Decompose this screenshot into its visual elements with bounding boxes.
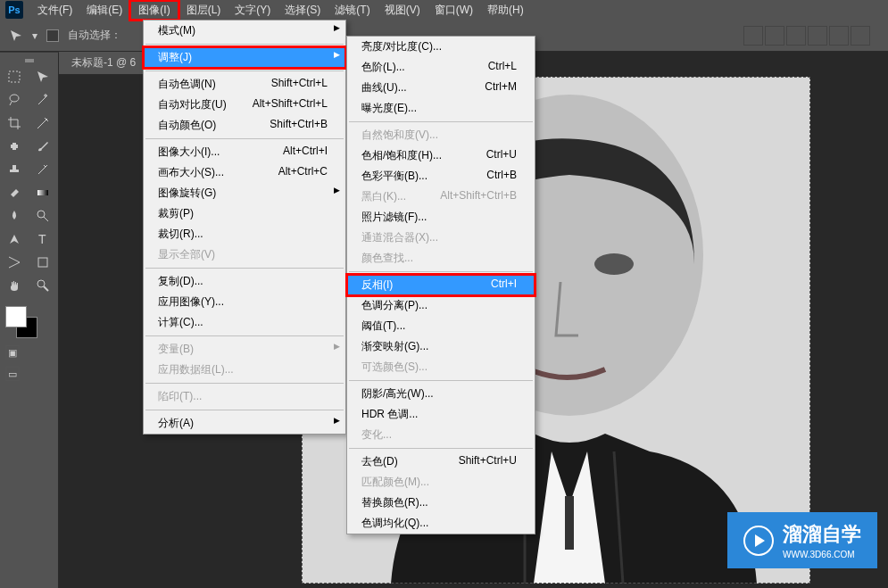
menu-item[interactable]: 照片滤镜(F)... [347, 207, 535, 228]
menu-type[interactable]: 文字(Y) [228, 0, 278, 21]
move-tool-icon [9, 29, 23, 43]
blur-tool[interactable] [3, 206, 26, 226]
hand-tool[interactable] [3, 276, 26, 295]
menu-item: 自然饱和度(V)... [347, 125, 535, 145]
auto-select-checkbox[interactable] [46, 29, 59, 42]
menu-item: 陷印(T)... [144, 386, 345, 407]
menu-item: 变化... [347, 425, 535, 445]
menu-edit[interactable]: 编辑(E) [79, 0, 129, 21]
menu-item[interactable]: 图像大小(I)...Alt+Ctrl+I [144, 142, 345, 162]
align-icon[interactable] [808, 26, 827, 46]
watermark: 溜溜自学 WWW.3D66.COM [727, 512, 877, 568]
menu-item[interactable]: HDR 色调... [347, 404, 535, 425]
svg-rect-0 [9, 71, 20, 82]
menu-item[interactable]: 裁剪(P) [144, 203, 345, 224]
menu-item: 通道混合器(X)... [347, 228, 535, 248]
menu-item: 可选颜色(S)... [347, 357, 535, 377]
svg-rect-3 [12, 143, 16, 150]
history-brush-tool[interactable] [31, 160, 54, 179]
menu-item: 颜色查找... [347, 248, 535, 269]
menu-item[interactable]: 复制(D)... [144, 271, 345, 292]
menu-window[interactable]: 窗口(W) [427, 0, 480, 21]
menu-item[interactable]: 自动对比度(U)Alt+Shift+Ctrl+L [144, 95, 345, 115]
dodge-tool[interactable] [31, 206, 54, 226]
menu-item: 匹配颜色(M)... [347, 472, 535, 493]
menu-filter[interactable]: 滤镜(T) [328, 0, 377, 21]
adjustments-submenu: 亮度/对比度(C)...色阶(L)...Ctrl+L曲线(U)...Ctrl+M… [346, 36, 535, 534]
menubar: Ps 文件(F) 编辑(E) 图像(I) 图层(L) 文字(Y) 选择(S) 滤… [0, 0, 888, 20]
menu-select[interactable]: 选择(S) [278, 0, 328, 21]
gradient-tool[interactable] [31, 183, 54, 203]
move-tool[interactable] [31, 67, 54, 87]
menu-image[interactable]: 图像(I) [129, 0, 178, 21]
menu-item[interactable]: 画布大小(S)...Alt+Ctrl+C [144, 162, 345, 183]
menu-layer[interactable]: 图层(L) [179, 0, 228, 21]
marquee-tool[interactable] [3, 67, 26, 87]
menu-item[interactable]: 色彩平衡(B)...Ctrl+B [347, 166, 535, 186]
brush-tool[interactable] [31, 137, 54, 156]
menu-item[interactable]: 阈值(T)... [347, 316, 535, 336]
svg-rect-13 [565, 496, 574, 550]
menu-item[interactable]: 色相/饱和度(H)...Ctrl+U [347, 145, 535, 166]
menu-item[interactable]: 色调均化(Q)... [347, 513, 535, 534]
menu-item: 应用数据组(L)... [144, 360, 345, 380]
menu-item[interactable]: 计算(C)... [144, 312, 345, 333]
menu-item[interactable]: 亮度/对比度(C)... [347, 37, 535, 57]
align-icon[interactable] [743, 26, 763, 46]
menu-item[interactable]: 自动颜色(O)Shift+Ctrl+B [144, 115, 345, 136]
align-icon[interactable] [851, 26, 870, 46]
menu-item[interactable]: 替换颜色(R)... [347, 493, 535, 513]
foreground-color[interactable] [5, 306, 27, 327]
align-icons-group [743, 26, 870, 46]
eyedropper-tool[interactable] [31, 113, 54, 133]
menu-item[interactable]: 应用图像(Y)... [144, 292, 345, 312]
menu-item[interactable]: 分析(A)▶ [144, 413, 345, 434]
pen-tool[interactable] [3, 229, 26, 249]
svg-point-1 [10, 95, 19, 102]
svg-point-12 [594, 253, 634, 275]
wand-tool[interactable] [31, 90, 54, 110]
lasso-tool[interactable] [3, 90, 26, 110]
svg-rect-4 [37, 190, 48, 195]
menu-file[interactable]: 文件(F) [30, 0, 79, 21]
healing-tool[interactable] [3, 137, 26, 156]
svg-rect-7 [38, 258, 47, 267]
screenmode-toggle[interactable]: ▭ [5, 367, 20, 381]
crop-tool[interactable] [3, 113, 26, 133]
menu-item[interactable]: 色调分离(P)... [347, 295, 535, 316]
auto-select-label: 自动选择： [68, 28, 121, 43]
align-icon[interactable] [765, 26, 784, 46]
chevron-down-icon[interactable]: ▾ [32, 29, 37, 42]
menu-item[interactable]: 模式(M)▶ [144, 21, 345, 41]
color-swatches[interactable] [5, 306, 41, 342]
document-tab[interactable]: 未标题-1 @ 6 [59, 52, 148, 75]
menu-item[interactable]: 曲线(U)...Ctrl+M [347, 78, 535, 98]
zoom-tool[interactable] [31, 276, 54, 295]
menu-item[interactable]: 曝光度(E)... [347, 98, 535, 119]
shape-tool[interactable] [31, 253, 54, 272]
play-icon [743, 526, 774, 556]
type-tool[interactable]: T [31, 229, 54, 249]
path-tool[interactable] [3, 253, 26, 272]
svg-text:T: T [38, 232, 46, 246]
menu-item[interactable]: 图像旋转(G)▶ [144, 183, 345, 203]
menu-item[interactable]: 阴影/高光(W)... [347, 384, 535, 404]
quickmask-toggle[interactable]: ▣ [5, 345, 20, 360]
eraser-tool[interactable] [3, 183, 26, 203]
menu-item[interactable]: 裁切(R)... [144, 224, 345, 244]
menu-item[interactable]: 色阶(L)...Ctrl+L [347, 57, 535, 78]
menu-item[interactable]: 渐变映射(G)... [347, 336, 535, 357]
menu-item[interactable]: 反相(I)Ctrl+I [347, 275, 535, 295]
menu-item[interactable]: 调整(J)▶ [144, 47, 345, 68]
align-icon[interactable] [829, 26, 849, 46]
stamp-tool[interactable] [3, 160, 26, 179]
menu-item: 黑白(K)...Alt+Shift+Ctrl+B [347, 186, 535, 207]
ps-logo: Ps [5, 1, 23, 19]
menu-item[interactable]: 去色(D)Shift+Ctrl+U [347, 451, 535, 472]
align-icon[interactable] [786, 26, 806, 46]
menu-item[interactable]: 自动色调(N)Shift+Ctrl+L [144, 74, 345, 95]
tools-panel: T ▣ ▭ [0, 52, 59, 588]
image-menu-dropdown: 模式(M)▶调整(J)▶自动色调(N)Shift+Ctrl+L自动对比度(U)A… [143, 20, 346, 435]
menu-help[interactable]: 帮助(H) [480, 0, 531, 21]
menu-view[interactable]: 视图(V) [378, 0, 427, 21]
